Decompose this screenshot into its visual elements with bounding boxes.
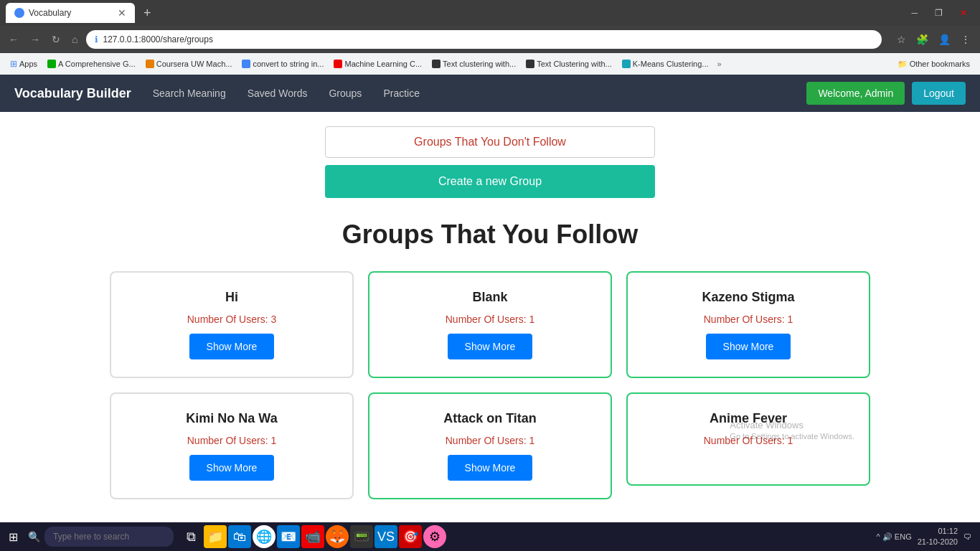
- create-group-button[interactable]: Create a new Group: [325, 165, 655, 198]
- groups-grid: Hi Number Of Users: 3 Show More Blank Nu…: [95, 271, 885, 499]
- bookmark-2-favicon: [146, 60, 154, 68]
- bookmark-5-favicon: [432, 60, 440, 68]
- vscode-icon[interactable]: VS: [374, 525, 397, 548]
- app11-icon[interactable]: ⚙: [423, 525, 446, 548]
- other-bookmarks-label: Other bookmarks: [910, 60, 970, 68]
- chrome-icon[interactable]: 🌐: [253, 525, 275, 548]
- bookmark-3[interactable]: convert to string in...: [237, 58, 328, 70]
- bookmark-apps[interactable]: ⊞ Apps: [6, 57, 42, 70]
- taskbar-systray: ^ 🔊 ENG 01:12 21-10-2020 🗨: [877, 526, 977, 548]
- bookmark-4-favicon: [334, 60, 342, 68]
- systray-time: 01:12 21-10-2020: [918, 526, 958, 548]
- group-users-hi: Number Of Users: 3: [187, 314, 276, 325]
- home-icon[interactable]: ⌂: [69, 32, 80, 47]
- new-tab-icon[interactable]: +: [138, 6, 157, 21]
- refresh-icon[interactable]: ↻: [49, 32, 63, 47]
- show-more-kimi[interactable]: Show More: [189, 455, 275, 481]
- minimize-icon[interactable]: ─: [904, 8, 925, 18]
- apps-icon: ⊞: [10, 59, 17, 69]
- window-controls: ─ ❐ ✕: [904, 8, 974, 18]
- show-more-hi[interactable]: Show More: [189, 334, 275, 359]
- firefox-icon[interactable]: 🦊: [326, 525, 349, 548]
- lock-icon: ℹ: [95, 34, 98, 44]
- show-more-aot[interactable]: Show More: [448, 455, 533, 481]
- bookmarks-more[interactable]: »: [715, 60, 725, 68]
- bookmark-6-favicon: [526, 60, 534, 68]
- bookmark-1[interactable]: A Comprehensive G...: [43, 58, 140, 70]
- group-users-kimi: Number Of Users: 1: [187, 435, 276, 446]
- app8-icon[interactable]: 📟: [350, 525, 373, 548]
- menu-icon[interactable]: ⋮: [957, 32, 974, 47]
- app6-icon[interactable]: 📹: [301, 525, 324, 548]
- bookmark-2-label: Coursera UW Mach...: [156, 60, 232, 68]
- bookmark-2[interactable]: Coursera UW Mach...: [141, 58, 237, 70]
- star-icon[interactable]: ☆: [893, 32, 910, 47]
- section-title: Groups That You Follow: [0, 220, 980, 250]
- nav-saved-words[interactable]: Saved Words: [248, 88, 308, 99]
- group-card-kimi: Kimi No Na Wa Number Of Users: 1 Show Mo…: [110, 392, 354, 499]
- tab-favicon-icon: [14, 8, 24, 18]
- app5-icon[interactable]: 📧: [277, 525, 300, 548]
- group-users-kazeno: Number Of Users: 1: [704, 314, 793, 325]
- tab-title: Vocabulary: [29, 8, 71, 18]
- group-name-hi: Hi: [225, 290, 238, 305]
- notification-icon[interactable]: 🗨: [963, 532, 971, 541]
- bookmark-6[interactable]: Text Clustering with...: [522, 58, 616, 70]
- group-card-blank: Blank Number Of Users: 1 Show More: [368, 271, 612, 378]
- app10-icon[interactable]: 🎯: [399, 525, 422, 548]
- bookmark-6-label: Text Clustering with...: [537, 60, 612, 68]
- systray-icons: ^ 🔊 ENG: [877, 532, 912, 542]
- page-content: Groups That You Don't Follow Create a ne…: [0, 112, 980, 551]
- nav-groups[interactable]: Groups: [329, 88, 362, 99]
- start-button[interactable]: ⊞: [3, 527, 24, 547]
- group-card-aot: Attack on Titan Number Of Users: 1 Show …: [368, 392, 612, 499]
- other-bookmarks[interactable]: 📁 Other bookmarks: [893, 58, 974, 70]
- group-name-kazeno: Kazeno Stigma: [702, 290, 794, 305]
- tab-close-icon[interactable]: ✕: [118, 7, 126, 19]
- search-icon[interactable]: 🔍: [24, 531, 44, 542]
- group-users-blank: Number Of Users: 1: [446, 314, 534, 325]
- logout-button[interactable]: Logout: [912, 82, 966, 105]
- nav-search-meaning[interactable]: Search Meaning: [153, 88, 226, 99]
- taskbar-search-input[interactable]: [44, 527, 174, 547]
- show-more-blank[interactable]: Show More: [448, 334, 533, 359]
- bookmark-5[interactable]: Text clustering with...: [428, 58, 520, 70]
- bookmark-1-label: A Comprehensive G...: [58, 60, 136, 68]
- group-name-kimi: Kimi No Na Wa: [186, 411, 277, 426]
- browser-tab[interactable]: Vocabulary ✕: [6, 3, 135, 23]
- taskbar: ⊞ 🔍 ⧉ 📁 🛍 🌐 📧 📹 🦊 📟 VS 🎯 ⚙ ^ 🔊 ENG 01:12…: [0, 522, 980, 551]
- group-card-anime: Anime Fever Number Of Users: 1 Activate …: [626, 392, 870, 486]
- browser-titlebar: Vocabulary ✕ + ─ ❐ ✕: [0, 0, 980, 26]
- bookmark-4[interactable]: Machine Learning C...: [329, 58, 426, 70]
- bookmark-3-label: convert to string in...: [253, 60, 324, 68]
- show-more-kazeno[interactable]: Show More: [706, 334, 791, 359]
- group-users-anime: Number Of Users: 1: [704, 435, 793, 446]
- group-card-hi: Hi Number Of Users: 3 Show More: [110, 271, 354, 378]
- bookmark-3-favicon: [242, 60, 250, 68]
- url-text: 127.0.0.1:8000/share/groups: [103, 34, 212, 44]
- welcome-button[interactable]: Welcome, Admin: [806, 82, 905, 105]
- back-icon[interactable]: ←: [6, 32, 22, 47]
- bookmark-7[interactable]: K-Means Clustering...: [618, 58, 713, 70]
- file-explorer-icon[interactable]: 📁: [204, 525, 227, 548]
- taskbar-apps: ⧉ 📁 🛍 🌐 📧 📹 🦊 📟 VS 🎯 ⚙: [179, 525, 446, 548]
- nav-practice[interactable]: Practice: [383, 88, 420, 99]
- dont-follow-button[interactable]: Groups That You Don't Follow: [325, 126, 655, 158]
- close-icon[interactable]: ✕: [953, 8, 974, 18]
- store-icon[interactable]: 🛍: [228, 525, 251, 548]
- restore-icon[interactable]: ❐: [928, 8, 950, 18]
- task-view-icon[interactable]: ⧉: [179, 525, 202, 548]
- browser-addressbar: ← → ↻ ⌂ ℹ 127.0.0.1:8000/share/groups ☆ …: [0, 26, 980, 53]
- address-bar-actions: ☆ 🧩 👤 ⋮: [893, 32, 974, 47]
- folder-icon: 📁: [897, 60, 908, 69]
- forward-icon[interactable]: →: [27, 32, 43, 47]
- bookmark-7-label: K-Means Clustering...: [633, 60, 709, 68]
- bookmark-7-favicon: [622, 60, 631, 68]
- address-bar[interactable]: ℹ 127.0.0.1:8000/share/groups: [86, 30, 882, 49]
- bookmarks-bar: ⊞ Apps A Comprehensive G... Coursera UW …: [0, 53, 980, 75]
- app-navbar: Vocabulary Builder Search Meaning Saved …: [0, 75, 980, 112]
- profile-icon[interactable]: 👤: [935, 32, 954, 47]
- app-logo: Vocabulary Builder: [14, 86, 131, 101]
- group-card-kazeno: Kazeno Stigma Number Of Users: 1 Show Mo…: [626, 271, 870, 378]
- extensions-icon[interactable]: 🧩: [913, 32, 932, 47]
